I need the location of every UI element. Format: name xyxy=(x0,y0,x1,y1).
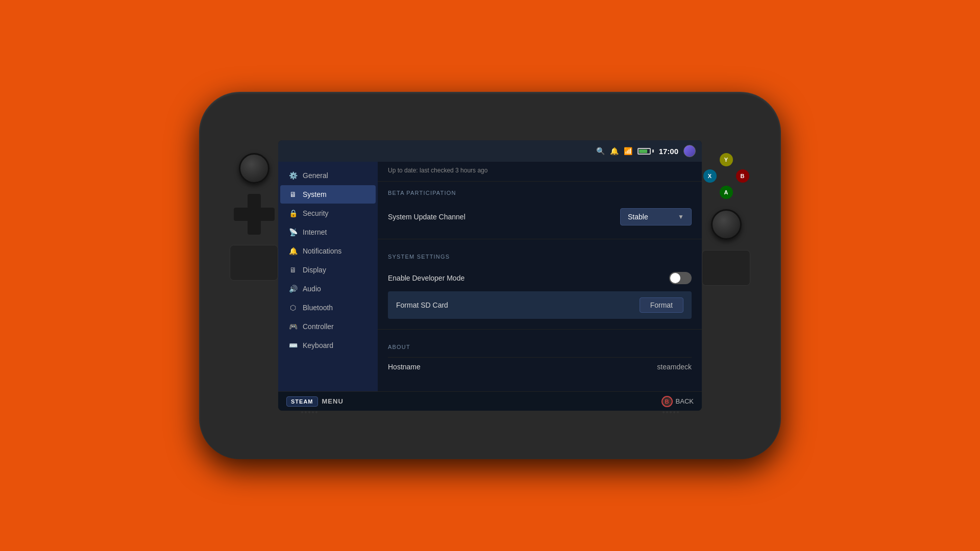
screen: 🔍 🔔 📶 17:00 xyxy=(278,140,702,411)
menu-label: MENU xyxy=(322,397,344,405)
notification-icon[interactable]: 🔔 xyxy=(610,147,619,155)
main-content: ⚙️ General 🖥 System 🔒 Security 📡 Interne… xyxy=(278,162,702,391)
display-icon: 🖥 xyxy=(288,266,298,274)
sidebar-item-bluetooth[interactable]: ⬡ Bluetooth xyxy=(280,298,376,317)
battery-indicator xyxy=(638,148,654,155)
back-button[interactable]: B BACK xyxy=(662,396,694,407)
hostname-row: Hostname steamdeck xyxy=(388,357,692,376)
beta-section-title: BETA PARTICIPATION xyxy=(388,190,692,196)
status-icons: 🔍 🔔 📶 17:00 xyxy=(596,145,696,157)
wifi-icon: 📶 xyxy=(624,147,632,155)
beta-section: BETA PARTICIPATION System Update Channel… xyxy=(378,182,702,239)
format-sd-label: Format SD Card xyxy=(396,301,448,309)
chevron-down-icon: ▼ xyxy=(678,213,684,220)
clock: 17:00 xyxy=(659,147,678,156)
back-label: BACK xyxy=(676,397,694,405)
developer-mode-label: Enable Developer Mode xyxy=(388,274,464,282)
x-button[interactable]: X xyxy=(703,169,717,183)
about-title: ABOUT xyxy=(388,344,692,350)
section-divider-2 xyxy=(378,329,702,330)
user-avatar[interactable] xyxy=(683,145,696,157)
bottom-bar: STEAM MENU B BACK xyxy=(278,391,702,411)
toggle-knob xyxy=(670,273,680,283)
sidebar-item-system[interactable]: 🖥 System xyxy=(280,185,376,204)
system-settings-section: SYSTEM SETTINGS Enable Developer Mode Fo… xyxy=(378,245,702,329)
sidebar-item-keyboard[interactable]: ⌨️ Keyboard xyxy=(280,336,376,355)
a-button[interactable]: A xyxy=(720,186,733,199)
right-controls: Y A X B xyxy=(702,153,750,286)
system-settings-title: SYSTEM SETTINGS xyxy=(388,254,692,260)
update-channel-value: Stable xyxy=(628,213,648,221)
developer-mode-row: Enable Developer Mode xyxy=(388,267,692,289)
sidebar-item-display[interactable]: 🖥 Display xyxy=(280,261,376,279)
abxy-buttons: Y A X B xyxy=(703,153,749,199)
content-panel: Up to date: last checked 3 hours ago BET… xyxy=(378,162,702,391)
bluetooth-icon: ⬡ xyxy=(288,304,298,312)
monitor-icon: 🖥 xyxy=(288,190,298,198)
steam-deck-device: STEAM 🔍 🔔 📶 17:00 xyxy=(199,92,781,459)
sidebar-item-security[interactable]: 🔒 Security xyxy=(280,204,376,222)
hostname-value: steamdeck xyxy=(657,363,692,371)
left-joystick[interactable] xyxy=(239,153,270,184)
sidebar-item-controller[interactable]: 🎮 Controller xyxy=(280,317,376,336)
update-status: Up to date: last checked 3 hours ago xyxy=(378,162,702,182)
y-button[interactable]: Y xyxy=(720,153,733,166)
left-controls xyxy=(230,153,278,281)
update-channel-label: System Update Channel xyxy=(388,213,465,221)
about-section: ABOUT Hostname steamdeck xyxy=(378,336,702,384)
audio-icon: 🔊 xyxy=(288,285,298,293)
hostname-label: Hostname xyxy=(388,363,421,371)
right-joystick[interactable] xyxy=(711,209,742,240)
right-touchpad[interactable] xyxy=(702,250,750,286)
top-bar: 🔍 🔔 📶 17:00 xyxy=(278,140,702,162)
section-divider-1 xyxy=(378,239,702,239)
left-touchpad[interactable] xyxy=(230,245,278,281)
steam-menu-group: STEAM MENU xyxy=(286,396,344,407)
format-button[interactable]: Format xyxy=(640,297,683,313)
update-channel-dropdown[interactable]: Stable ▼ xyxy=(620,208,692,226)
steam-badge[interactable]: STEAM xyxy=(286,396,318,407)
dpad[interactable] xyxy=(234,194,275,235)
update-channel-row: System Update Channel Stable ▼ xyxy=(388,203,692,231)
format-sd-row: Format SD Card Format xyxy=(388,291,692,319)
sidebar-item-notifications[interactable]: 🔔 Notifications xyxy=(280,242,376,260)
controller-icon: 🎮 xyxy=(288,322,298,331)
sidebar: ⚙️ General 🖥 System 🔒 Security 📡 Interne… xyxy=(278,162,378,391)
b-button[interactable]: B xyxy=(736,169,749,183)
sidebar-item-audio[interactable]: 🔊 Audio xyxy=(280,280,376,298)
b-button-icon: B xyxy=(662,396,673,407)
sidebar-item-general[interactable]: ⚙️ General xyxy=(280,166,376,185)
gear-icon: ⚙️ xyxy=(288,171,298,180)
developer-mode-toggle[interactable] xyxy=(669,272,692,284)
internet-icon: 📡 xyxy=(288,228,298,236)
bell-icon: 🔔 xyxy=(288,247,298,255)
lock-icon: 🔒 xyxy=(288,209,298,217)
search-icon[interactable]: 🔍 xyxy=(596,147,605,155)
keyboard-icon: ⌨️ xyxy=(288,341,298,349)
sidebar-item-internet[interactable]: 📡 Internet xyxy=(280,223,376,241)
